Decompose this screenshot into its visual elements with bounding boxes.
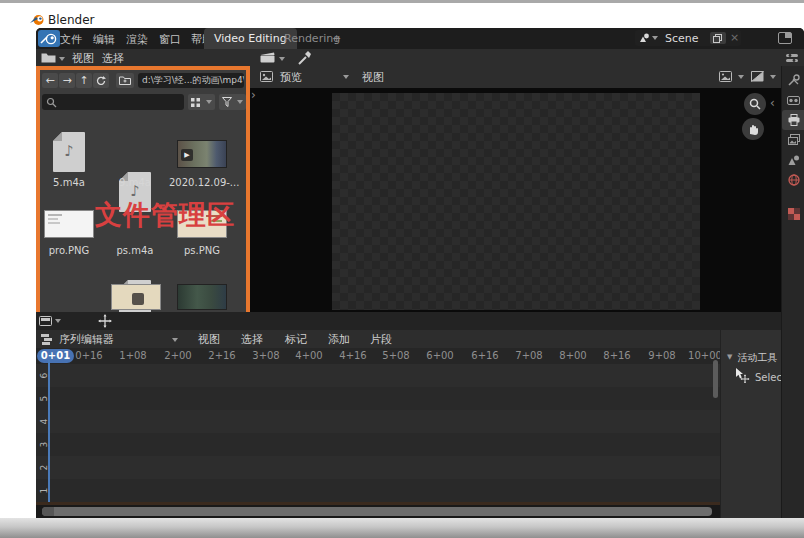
fb-menu-view[interactable]: 视图	[72, 51, 94, 66]
hscroll-endcap[interactable]	[42, 507, 54, 516]
panel-toggle-right-icon[interactable]: ›	[251, 88, 256, 102]
menu-window[interactable]: 窗口	[159, 32, 181, 47]
properties-tab-strip	[781, 66, 804, 518]
clapperboard-icon[interactable]	[260, 52, 276, 63]
eyedropper-icon[interactable]	[298, 51, 312, 65]
file-name[interactable]: 5.m4a	[36, 177, 102, 188]
seq-menu-marker[interactable]: 标记	[285, 332, 307, 347]
blender-menu-button[interactable]	[38, 30, 60, 47]
file-thumb-image[interactable]	[111, 284, 161, 310]
filter-funnel-icon	[222, 97, 232, 107]
sequencer-vertical-scrollbar[interactable]	[713, 360, 718, 398]
folder-icon[interactable]	[41, 52, 56, 63]
filter-button[interactable]	[219, 94, 246, 110]
ruler-tick: 8+00	[553, 350, 593, 361]
pan-gizmo-button[interactable]	[742, 118, 764, 140]
file-thumb-video[interactable]	[177, 284, 227, 310]
ruler-tick: 3+08	[246, 350, 286, 361]
display-mode-dropdown[interactable]	[718, 69, 744, 85]
zoom-gizmo-button[interactable]	[744, 93, 766, 115]
new-folder-button[interactable]	[116, 73, 134, 88]
preview-mode-select[interactable]: 预览	[280, 70, 302, 85]
file-thumb-image[interactable]	[44, 210, 94, 238]
tab-world[interactable]	[782, 170, 804, 190]
file-thumb-video[interactable]: ▶	[177, 140, 227, 168]
scene-selector[interactable]: Scene ×	[635, 30, 741, 46]
nav-forward-button[interactable]: →	[59, 73, 75, 88]
file-name[interactable]: 2020.12.09-...	[169, 177, 235, 188]
editor-type-button[interactable]	[39, 314, 61, 328]
ruler-tick: 8+16	[597, 350, 637, 361]
ruler-tick: 4+00	[289, 350, 329, 361]
track-row[interactable]	[36, 410, 720, 433]
select-cursor-icon	[735, 368, 750, 383]
chevron-down-icon	[738, 75, 744, 79]
refresh-icon	[96, 76, 106, 86]
seq-menu-add[interactable]: 添加	[328, 332, 350, 347]
sequencer-top-band	[36, 312, 781, 330]
tab-view-layer[interactable]	[782, 130, 804, 150]
image-display-icon	[719, 71, 732, 82]
workspace-tab-add[interactable]: +	[326, 28, 347, 49]
panel-toggle-left-icon[interactable]: ‹	[770, 96, 775, 110]
tab-texture[interactable]	[782, 204, 804, 224]
nav-back-button[interactable]: ←	[42, 73, 58, 88]
new-folder-icon	[119, 76, 131, 85]
properties-sliders-icon	[786, 53, 798, 63]
ruler-tick: 6+00	[420, 350, 460, 361]
file-name[interactable]: 9.m4a	[102, 177, 168, 188]
file-name[interactable]: pro.PNG	[36, 245, 102, 256]
unlink-scene-button[interactable]: ×	[730, 31, 739, 44]
tab-scene[interactable]	[782, 150, 804, 170]
menu-edit[interactable]: 编辑	[93, 32, 115, 47]
menu-file[interactable]: 文件	[60, 32, 82, 47]
file-name[interactable]: ps.m4a	[102, 245, 168, 256]
display-mode-button[interactable]	[188, 94, 215, 110]
seq-menu-select[interactable]: 选择	[241, 332, 263, 347]
seq-menu-view[interactable]: 视图	[198, 332, 220, 347]
topbar: 文件 编辑 渲染 窗口 帮助 Video Editing Rendering +…	[36, 28, 804, 49]
sequencer-icon	[41, 334, 54, 345]
transparency-checkerboard	[332, 93, 700, 310]
panel-collapse-toggle[interactable]: ▼ 活动工具	[727, 346, 777, 365]
sequencer-horizontal-scrollbar[interactable]	[36, 505, 720, 518]
annotation-text: 文件管理区	[95, 197, 235, 233]
screen-layout-icon[interactable]	[778, 32, 792, 44]
seq-menu-strip[interactable]: 片段	[370, 332, 392, 347]
timeline-ruler[interactable]: 0+01 0+16 1+08 2+00 2+16 3+08 4+00 4+16 …	[36, 348, 720, 364]
file-name[interactable]: ps.PNG	[169, 245, 235, 256]
tab-render[interactable]	[782, 90, 804, 110]
chevron-down-icon[interactable]	[172, 338, 178, 342]
fb-menu-select[interactable]: 选择	[102, 51, 124, 66]
playhead-line[interactable]	[48, 360, 50, 502]
chevron-down-icon	[652, 36, 658, 40]
track-row[interactable]	[36, 364, 720, 387]
preview-viewport[interactable]: › ‹	[250, 88, 781, 312]
tab-tool[interactable]	[782, 70, 804, 90]
duplicate-scene-button[interactable]	[710, 32, 726, 44]
tab-output[interactable]	[782, 110, 804, 130]
menu-render[interactable]: 渲染	[126, 32, 148, 47]
track-row[interactable]	[36, 479, 720, 502]
track-row[interactable]	[36, 433, 720, 456]
track-row[interactable]	[36, 456, 720, 479]
hscroll-thumb[interactable]	[42, 507, 712, 516]
chevron-down-icon[interactable]	[59, 57, 65, 61]
printer-icon	[788, 114, 800, 126]
chevron-down-icon[interactable]	[279, 57, 285, 61]
path-field[interactable]: d:\学习\经...的动画\mp4\	[138, 73, 244, 88]
sequencer-tracks[interactable]: 6 5 4 3 2 1	[36, 364, 720, 502]
play-icon: ▶	[181, 149, 193, 161]
chevron-down-icon[interactable]	[343, 75, 349, 79]
display-channels-dropdown[interactable]	[750, 69, 776, 85]
track-row[interactable]	[36, 387, 720, 410]
file-thumb-audio[interactable]: ♪	[53, 132, 85, 172]
editor-type-select[interactable]: 序列编辑器	[59, 332, 114, 347]
nav-refresh-button[interactable]	[93, 73, 109, 88]
preview-menu-view[interactable]: 视图	[362, 70, 384, 85]
file-browser-region: ← → ↑ d:\学习\经...的动画\mp4\	[36, 66, 250, 316]
nav-up-button[interactable]: ↑	[76, 73, 92, 88]
track-number: 4	[36, 416, 55, 428]
search-input[interactable]	[42, 94, 184, 110]
move-cross-icon[interactable]	[98, 314, 112, 328]
